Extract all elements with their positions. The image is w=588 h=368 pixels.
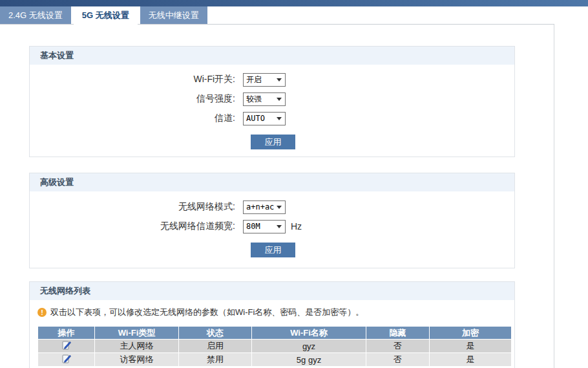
col-hidden: 隐藏 [366, 327, 430, 340]
advanced-settings-panel: 高级设置 无线网络模式: a+n+ac 无线网络信道频宽: 80M Hz 应用 [29, 173, 515, 268]
cell-encrypted: 是 [430, 340, 512, 353]
channel-width-select[interactable]: 80M [243, 220, 286, 233]
cell-wifi-type: 主人网络 [95, 340, 179, 353]
tab-5g-wireless-settings[interactable]: 5G 无线设置 [74, 6, 138, 25]
basic-apply-button[interactable]: 应用 [251, 135, 295, 149]
wifi-switch-select[interactable]: 开启 [243, 73, 286, 87]
chevron-down-icon [277, 225, 282, 228]
channel-select[interactable]: AUTO [243, 112, 286, 125]
advanced-settings-title: 高级设置 [30, 173, 514, 191]
double-click-notice: ! 双击以下表项，可以修改选定无线网络的参数（如Wi-Fi名称、密码、是否加密等… [37, 307, 514, 318]
edit-icon[interactable] [61, 354, 71, 366]
chevron-down-icon [277, 117, 282, 120]
basic-settings-title: 基本设置 [30, 47, 514, 65]
notice-text: 双击以下表项，可以修改选定无线网络的参数（如Wi-Fi名称、密码、是否加密等）。 [50, 307, 364, 318]
chevron-down-icon [277, 98, 282, 101]
advanced-apply-button[interactable]: 应用 [251, 243, 295, 257]
chevron-down-icon [277, 78, 282, 81]
signal-strength-select[interactable]: 较强 [243, 92, 286, 106]
col-encrypted: 加密 [430, 327, 512, 340]
cell-hidden: 否 [366, 340, 430, 353]
signal-strength-label: 信号强度: [30, 93, 243, 105]
wireless-mode-select[interactable]: a+n+ac [243, 200, 286, 214]
cell-wifi-type: 访客网络 [95, 353, 179, 367]
col-action: 操作 [38, 327, 95, 340]
table-header-row: 操作 Wi-Fi类型 状态 Wi-Fi名称 隐藏 加密 [38, 327, 512, 340]
edit-icon[interactable] [61, 340, 71, 352]
cell-status: 启用 [179, 340, 252, 353]
col-wifi-name: Wi-Fi名称 [252, 327, 366, 340]
col-wifi-type: Wi-Fi类型 [95, 327, 179, 340]
wireless-network-list-title: 无线网络列表 [30, 282, 514, 300]
cell-status: 禁用 [179, 353, 252, 367]
tab-wireless-repeater-settings[interactable]: 无线中继设置 [140, 6, 207, 25]
warning-icon: ! [37, 308, 47, 317]
chevron-down-icon [277, 206, 282, 209]
cell-wifi-name: 5g gyz [252, 353, 366, 367]
top-banner [0, 0, 588, 6]
channel-width-label: 无线网络信道频宽: [30, 221, 243, 232]
wireless-mode-label: 无线网络模式: [30, 201, 243, 213]
cell-encrypted: 是 [430, 353, 512, 367]
content-area: 基本设置 Wi-Fi开关: 开启 信号强度: 较强 信道: AUTO [0, 25, 554, 368]
cell-wifi-name: gyz [252, 340, 366, 353]
channel-label: 信道: [30, 113, 243, 124]
col-status: 状态 [179, 327, 252, 340]
tab-24g-wireless-settings[interactable]: 2.4G 无线设置 [0, 6, 71, 25]
basic-settings-panel: 基本设置 Wi-Fi开关: 开启 信号强度: 较强 信道: AUTO [29, 46, 515, 157]
wifi-switch-label: Wi-Fi开关: [30, 74, 243, 85]
wireless-network-table: 操作 Wi-Fi类型 状态 Wi-Fi名称 隐藏 加密 [37, 326, 512, 367]
tab-bar: 2.4G 无线设置 5G 无线设置 无线中继设置 [0, 6, 588, 25]
cell-hidden: 否 [366, 353, 430, 367]
channel-width-unit: Hz [291, 221, 302, 232]
wireless-network-list-panel: 无线网络列表 ! 双击以下表项，可以修改选定无线网络的参数（如Wi-Fi名称、密… [29, 281, 515, 368]
table-row[interactable]: 主人网络 启用 gyz 否 是 [38, 340, 512, 353]
table-row[interactable]: 访客网络 禁用 5g gyz 否 是 [38, 353, 512, 367]
